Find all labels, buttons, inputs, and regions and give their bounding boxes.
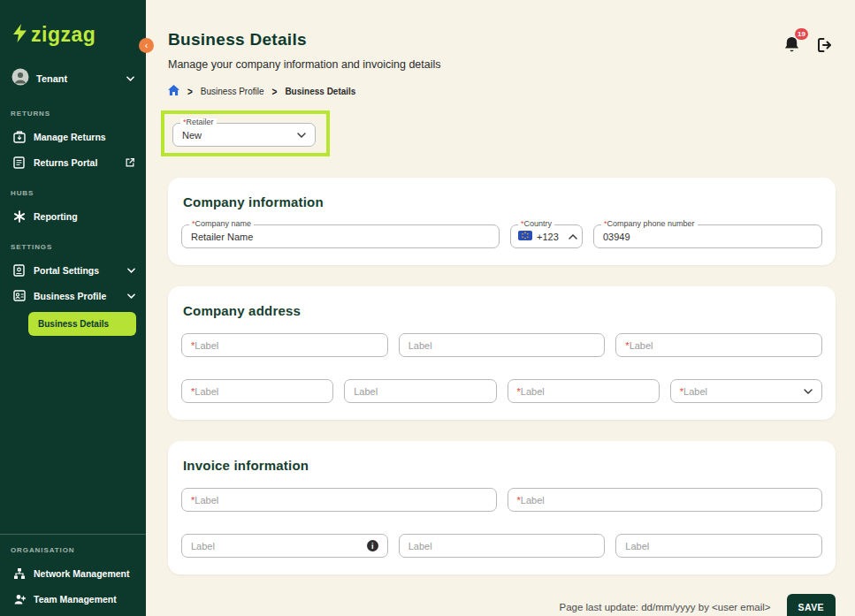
section-label-organisation: ORGANISATION [11,546,146,554]
field-placeholder: *Label [625,340,653,351]
card-title: Invoice information [183,458,822,473]
invoice-information-card: Invoice information *Label *Label Label … [168,441,836,574]
invoice-field-2[interactable]: *Label [508,488,823,512]
sidebar-item-returns-portal[interactable]: Returns Portal [12,156,135,169]
field-placeholder: *Label [191,386,218,397]
field-placeholder: Label [625,541,649,551]
annotation-highlight-box: *Retailer New [161,110,330,156]
network-nodes-icon [12,567,26,580]
field-placeholder: Label [191,541,215,551]
settings-document-icon [12,264,26,277]
breadcrumb-separator: > [272,85,278,96]
address-field-2[interactable]: Label [399,333,606,357]
nav-label: Network Management [34,568,130,579]
breadcrumb-separator: > [187,85,193,96]
invoice-field-3[interactable]: Label i [181,534,388,558]
address-field-4[interactable]: *Label [181,379,333,403]
logo: zigzag [0,0,146,47]
field-placeholder: *Label [680,386,707,397]
company-information-row: *Company name Retailer Name *Country +12… [181,224,822,248]
tenant-avatar [11,68,29,89]
notifications-bell-icon[interactable]: 19 [783,35,800,57]
chevron-down-icon [798,389,813,394]
zigzag-bolt-icon [13,24,27,46]
retailer-select[interactable]: *Retailer New [172,123,316,147]
address-select[interactable]: *Label [670,379,822,403]
chevron-down-icon [126,76,134,81]
company-name-field[interactable]: *Company name Retailer Name [181,224,500,248]
field-placeholder: Label [408,340,432,351]
invoice-row-2: Label i Label Label [181,534,822,558]
home-icon[interactable] [168,85,179,97]
country-select[interactable]: *Country +123 [510,224,583,248]
company-information-card: Company information *Company name Retail… [168,178,836,265]
field-placeholder: *Label [517,386,545,397]
invoice-field-5[interactable]: Label [615,534,822,558]
sidebar-item-business-details-active[interactable]: Business Details [28,312,136,336]
field-label: *Company phone number [601,220,698,229]
section-label-returns: RETURNS [11,110,146,118]
sidebar-item-business-profile[interactable]: Business Profile [12,290,135,301]
nav-label: Team Management [34,594,117,605]
address-field-1[interactable]: *Label [181,333,388,357]
section-label-hubs: HUBS [11,189,146,197]
page-subtitle: Manage your company information and invo… [168,58,836,71]
card-title: Company information [183,194,822,209]
nav-label: Returns Portal [34,157,97,168]
retailer-section: *Retailer New [161,110,836,156]
info-icon[interactable]: i [367,540,378,551]
sidebar-item-team-management[interactable]: Team Management [12,593,135,605]
address-field-3[interactable]: *Label [615,333,822,357]
address-field-6[interactable]: *Label [508,379,660,403]
retailer-field-label: *Retailer [180,118,217,127]
sidebar-item-tenant[interactable]: Tenant [11,68,134,89]
address-row-2: *Label Label *Label *Label [181,379,822,403]
invoice-field-4[interactable]: Label [399,534,606,558]
invoice-row-1: *Label *Label [181,488,822,512]
sidebar-item-portal-settings[interactable]: Portal Settings [12,264,135,277]
top-icons: 19 [783,35,834,57]
person-add-icon [12,593,26,605]
address-field-5[interactable]: Label [344,379,496,403]
field-placeholder: *Label [191,340,218,351]
field-placeholder: Label [408,541,432,551]
field-placeholder: *Label [517,495,545,506]
field-placeholder: Label [354,386,378,397]
breadcrumb-current: Business Details [285,87,355,96]
company-address-card: Company address *Label Label *Label *Lab… [168,286,836,420]
company-phone-field[interactable]: *Company phone number 03949 [593,224,822,248]
chevron-up-icon [563,234,577,240]
tenant-label: Tenant [36,73,67,84]
address-row-1: *Label Label *Label [181,333,822,357]
field-label: *Company name [189,220,254,229]
chevron-down-icon [292,133,306,138]
retailer-value: New [182,130,202,141]
sidebar-item-manage-returns[interactable]: Manage Returns [12,131,135,143]
sidebar-collapse-button[interactable]: ‹ [139,38,154,53]
id-card-icon [12,290,26,301]
company-phone-value: 03949 [603,232,630,242]
external-link-icon [125,157,135,168]
spark-icon [12,210,26,223]
last-update-text: Page last update: dd/mm/yyyy by <user em… [560,602,771,612]
logo-text: zigzag [31,23,95,47]
page-title: Business Details [168,30,836,49]
logout-icon[interactable] [816,36,834,57]
main-content: 19 Business Details Manage your company … [146,0,855,616]
field-label: *Country [518,220,554,229]
save-button[interactable]: SAVE [787,594,836,616]
country-code-value: +123 [537,232,559,242]
nav-label: Portal Settings [34,265,99,276]
nav-label: Reporting [34,211,78,222]
chevron-down-icon [127,293,135,299]
breadcrumb: > Business Profile > Business Details [168,85,836,97]
card-title: Company address [183,303,822,318]
chevron-down-icon [127,268,135,273]
sidebar-item-network-management[interactable]: Network Management [12,567,135,580]
breadcrumb-parent[interactable]: Business Profile [201,87,264,96]
invoice-field-1[interactable]: *Label [181,488,497,512]
sidebar-item-reporting[interactable]: Reporting [12,210,135,223]
field-placeholder: *Label [191,495,218,506]
page-footer: Page last update: dd/mm/yyyy by <user em… [168,594,836,616]
sidebar: zigzag Tenant RETURNS Manage Returns Ret… [0,0,146,616]
